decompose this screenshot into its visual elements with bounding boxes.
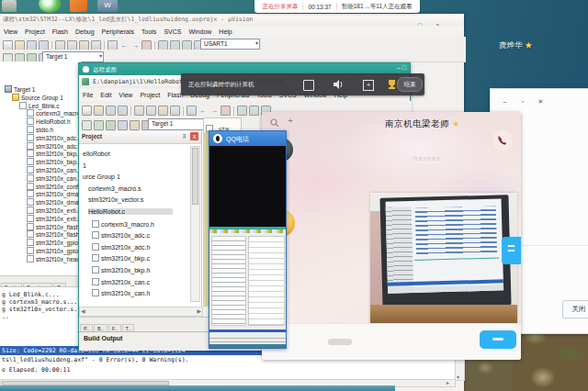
panel-close-icon[interactable]: x	[190, 132, 198, 140]
speaker-icon[interactable]	[334, 80, 345, 89]
menu-file[interactable]: File	[79, 91, 96, 99]
voice-call-button[interactable]	[492, 130, 513, 151]
menu-tools[interactable]: Tools	[138, 28, 160, 36]
end-session-button[interactable]: 结束	[397, 77, 423, 92]
save-icon[interactable]	[106, 106, 116, 116]
send-button[interactable]	[480, 330, 516, 349]
menu-svcs[interactable]: SVCS	[160, 28, 185, 36]
tree-item-stm32f10x_exti.c[interactable]: stm32f10x_exti.c	[27, 207, 81, 214]
tree-item-stm32f10x_can.h[interactable]: stm32f10x_can.h	[27, 174, 82, 182]
maximize-button[interactable]: ▫	[515, 97, 529, 106]
main-title-bar[interactable]: 课程\stm32\STM32--LX\修改\1_led流水灯\1_ledlius…	[0, 14, 464, 27]
tree-item-stm32f10x_bkp.c[interactable]: stm32f10x_bkp.c	[92, 254, 150, 262]
rebuild-icon[interactable]	[106, 120, 116, 130]
tree-item-Source Group 1[interactable]: Source Group 1	[12, 94, 63, 101]
remote-project-header[interactable]: Project ⊼ x	[79, 131, 201, 144]
tree-item-Led_Blink.c[interactable]: Led_Blink.c	[19, 102, 60, 109]
tree-item-stm32f10x_adc.h[interactable]: stm32f10x_adc.h	[27, 142, 82, 150]
tree-item-stm32f10x_gpio.c[interactable]: stm32f10x_gpio.c	[27, 239, 82, 246]
menu-project[interactable]: Project	[136, 91, 164, 99]
redo-icon[interactable]	[187, 106, 197, 116]
usart-combo[interactable]: USART1	[200, 39, 260, 50]
tree-item-stm32f10x_gpio.h[interactable]: stm32f10x_gpio.h	[27, 247, 82, 254]
tree-item-stm32f10x_can.c[interactable]: stm32f10x_can.c	[92, 278, 150, 285]
tree-item-cortexm3_macro.h[interactable]: cortexm3_macro.h	[27, 109, 82, 117]
menu-view[interactable]: View	[0, 28, 21, 36]
menu-window[interactable]: Window	[185, 28, 215, 36]
menu-flash[interactable]: Flash	[49, 28, 72, 36]
remote-tree-scrollbar[interactable]	[190, 146, 200, 302]
desktop-icon[interactable]	[2, 0, 17, 12]
search-icon[interactable]	[270, 118, 279, 128]
paste-icon[interactable]	[158, 106, 168, 116]
close-button[interactable]: ✕	[534, 97, 548, 106]
tree-item-1[interactable]: 1	[83, 162, 86, 169]
forward-icon[interactable]: →	[131, 41, 139, 50]
video-feed-photo[interactable]	[370, 193, 517, 323]
tree-item-elloRobot[interactable]: elloRobot	[83, 151, 110, 157]
batch-build-icon[interactable]	[118, 120, 128, 130]
undo-icon[interactable]	[170, 106, 180, 116]
tree-item-cortexm3_macro.h[interactable]: cortexm3_macro.h	[92, 220, 154, 228]
remote-window-controls[interactable]: – □	[397, 64, 406, 71]
tree-item-stm32f10x_flash.c[interactable]: stm32f10x_flash.c	[27, 223, 82, 230]
tree-item-stm32f10x_heads.h[interactable]: stm32f10x_heads.h	[27, 255, 82, 263]
new-file-icon[interactable]	[82, 106, 92, 116]
office-icon[interactable]	[70, 0, 87, 12]
open-icon[interactable]	[94, 106, 104, 116]
share-viewers-label[interactable]: 智能181 ...等11人正在观看	[342, 3, 413, 11]
tree-item-stm32f10x_adc.c[interactable]: stm32f10x_adc.c	[27, 134, 81, 141]
cut-icon[interactable]	[134, 106, 144, 116]
tree-item-stm32f10x_bkp.c[interactable]: stm32f10x_bkp.c	[27, 150, 81, 157]
trophy-icon[interactable]	[387, 79, 397, 90]
translate-icon[interactable]	[82, 120, 92, 130]
360-browser-icon[interactable]	[39, 0, 61, 13]
tree-item-HelloRobot.c[interactable]: HelloRobot.c	[88, 208, 173, 215]
menu-view[interactable]: View	[115, 91, 136, 99]
tree-item-stm32f10x_dma.h[interactable]: stm32f10x_dma.h	[27, 198, 82, 206]
flag-icon[interactable]	[237, 106, 247, 116]
close-panel-button[interactable]: 关闭	[562, 300, 588, 318]
tree-item-stm32f10x_adc.h[interactable]: stm32f10x_adc.h	[92, 243, 150, 251]
add-window-icon[interactable]: +	[363, 80, 374, 91]
tree-item-cortexm3_macro.s[interactable]: cortexm3_macro.s	[88, 185, 141, 192]
bookmark-icon[interactable]	[220, 106, 231, 116]
tree-item-stm32f10x_conf.h[interactable]: stm32f10x_conf.h	[27, 183, 82, 190]
tree-item-HelloRobot.h[interactable]: HelloRobot.h	[27, 117, 71, 125]
tree-item-stm32f10x_bkp.h[interactable]: stm32f10x_bkp.h	[27, 158, 82, 165]
chat-side-button[interactable]	[502, 237, 521, 264]
flag2-icon[interactable]	[249, 106, 259, 116]
tree-item-stm32f10x_can.c[interactable]: stm32f10x_can.c	[27, 166, 81, 173]
forward-icon[interactable]: →	[210, 106, 218, 115]
save-all-icon[interactable]	[118, 106, 128, 116]
tree-item-stm32f10x_exti.h[interactable]: stm32f10x_exti.h	[27, 215, 81, 222]
back-icon[interactable]: ←	[199, 106, 207, 115]
tree-item-stm32f10x_vector.s[interactable]: stm32f10x_vector.s	[88, 196, 143, 203]
fullscreen-icon[interactable]	[303, 80, 314, 91]
load-icon[interactable]	[130, 120, 140, 130]
tree-item-stdio.h[interactable]: stdio.h	[27, 126, 53, 133]
input-pill[interactable]	[328, 339, 352, 345]
remote-panel-hscroll[interactable]: ◀ ▶	[79, 307, 203, 317]
menu-edit[interactable]: Edit	[96, 91, 115, 99]
tree-item-stm32f10x_dma.c[interactable]: stm32f10x_dma.c	[27, 190, 82, 197]
copy-icon[interactable]	[146, 106, 156, 116]
tree-item-Target 1[interactable]: Target 1	[5, 85, 36, 93]
shared-screen-preview[interactable]	[209, 227, 286, 348]
build-icon[interactable]	[94, 120, 104, 130]
menu-debug[interactable]: Debug	[72, 28, 98, 36]
tree-item-stm32f10x_adc.c[interactable]: stm32f10x_adc.c	[92, 231, 150, 239]
menu-peripherals[interactable]: Peripherals	[98, 28, 138, 36]
tree-item-stm32f10x_bkp.h[interactable]: stm32f10x_bkp.h	[92, 266, 150, 274]
pin-icon[interactable]: ⊼	[182, 133, 187, 140]
back-icon[interactable]: ←	[120, 41, 128, 50]
plus-icon[interactable]: +	[288, 116, 293, 126]
tree-item-stm32f10x_flash.h[interactable]: stm32f10x_flash.h	[27, 230, 82, 238]
menu-project[interactable]: Project	[21, 28, 49, 36]
word-icon[interactable]: W	[97, 0, 118, 12]
tree-item-urce Group 1[interactable]: urce Group 1	[83, 173, 120, 180]
minimize-button[interactable]: –	[498, 97, 512, 106]
qq-call-title-bar[interactable]: QQ电话	[209, 131, 286, 146]
tree-item-stm32f10x_can.h[interactable]: stm32f10x_can.h	[92, 289, 150, 296]
menu-help[interactable]: Help	[215, 28, 235, 36]
